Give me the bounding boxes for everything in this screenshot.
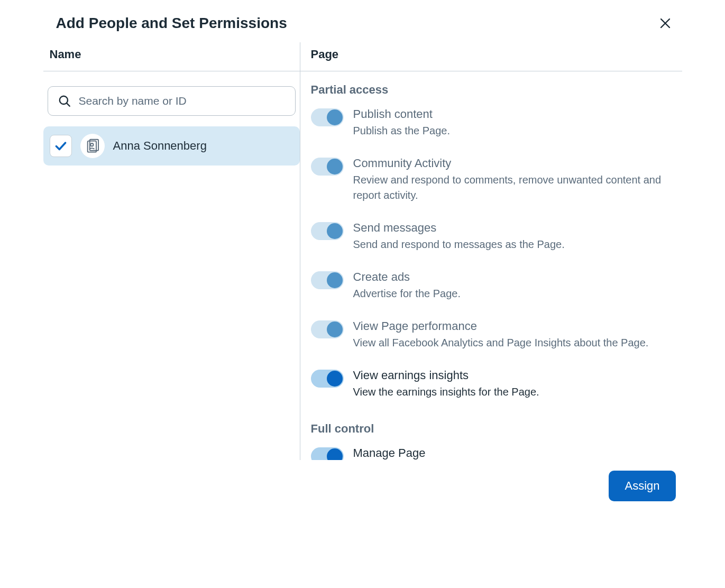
page-column-header: Page: [300, 42, 682, 71]
permission-title: Create ads: [353, 270, 676, 284]
modal-title: Add People and Set Permissions: [56, 15, 287, 32]
full-control-heading: Full control: [311, 422, 676, 436]
permission-text: Publish contentPublish as the Page.: [353, 107, 676, 139]
assign-button[interactable]: Assign: [609, 471, 675, 501]
permission-title: Send messages: [353, 221, 676, 235]
permission-row: Publish contentPublish as the Page.: [311, 107, 676, 139]
permission-toggle[interactable]: [311, 320, 344, 338]
person-name: Anna Sonnenberg: [113, 139, 207, 153]
permission-toggle[interactable]: [311, 222, 344, 240]
permission-row: Manage PageControl the Page and connecte…: [311, 446, 676, 460]
permission-row: View Page performanceView all Facebook A…: [311, 319, 676, 351]
permission-title: View earnings insights: [353, 369, 676, 382]
permission-row: View earnings insightsView the earnings …: [311, 369, 676, 400]
permission-row: Create adsAdvertise for the Page.: [311, 270, 676, 301]
permission-title: View Page performance: [353, 319, 676, 333]
permission-toggle[interactable]: [311, 447, 344, 460]
permission-toggle[interactable]: [311, 158, 344, 176]
close-icon: [659, 17, 672, 30]
partial-access-heading: Partial access: [311, 83, 676, 97]
permission-description: Send and respond to messages as the Page…: [353, 237, 676, 252]
people-list: Anna Sonnenberg: [43, 126, 300, 166]
id-card-icon: [85, 139, 100, 153]
permission-text: View Page performanceView all Facebook A…: [353, 319, 676, 351]
close-button[interactable]: [655, 13, 676, 34]
name-column-header: Name: [43, 42, 300, 71]
svg-point-5: [90, 143, 93, 146]
permissions-panel: Partial access Publish contentPublish as…: [300, 71, 682, 460]
permission-description: View all Facebook Analytics and Page Ins…: [353, 335, 676, 351]
person-row[interactable]: Anna Sonnenberg: [43, 126, 300, 166]
permission-description: Advertise for the Page.: [353, 286, 676, 301]
permission-row: Send messagesSend and respond to message…: [311, 221, 676, 252]
modal-body: Anna Sonnenberg Partial access Publish c…: [43, 71, 682, 460]
permission-text: Manage PageControl the Page and connecte…: [353, 446, 676, 460]
columns-header: Name Page: [43, 42, 682, 71]
permission-description: View the earnings insights for the Page.: [353, 384, 676, 400]
modal-footer: Assign: [43, 460, 682, 514]
permission-description: Review and respond to comments, remove u…: [353, 172, 676, 203]
permission-toggle[interactable]: [311, 108, 344, 126]
permission-text: View earnings insightsView the earnings …: [353, 369, 676, 400]
modal-header: Add People and Set Permissions: [43, 0, 682, 42]
permission-description: Publish as the Page.: [353, 123, 676, 139]
search-input[interactable]: [79, 95, 286, 107]
avatar: [80, 134, 105, 158]
checkmark-icon: [54, 139, 68, 153]
permission-title: Manage Page: [353, 446, 676, 460]
svg-line-3: [67, 103, 69, 106]
permission-text: Send messagesSend and respond to message…: [353, 221, 676, 252]
permission-text: Community ActivityReview and respond to …: [353, 157, 676, 203]
permission-toggle[interactable]: [311, 271, 344, 289]
permissions-modal: Add People and Set Permissions Name Page: [43, 0, 682, 514]
search-box[interactable]: [48, 86, 296, 116]
person-checkbox[interactable]: [50, 135, 72, 157]
permission-title: Community Activity: [353, 157, 676, 170]
permission-row: Community ActivityReview and respond to …: [311, 157, 676, 203]
permission-text: Create adsAdvertise for the Page.: [353, 270, 676, 301]
search-icon: [58, 94, 71, 108]
people-panel: Anna Sonnenberg: [43, 71, 300, 460]
permission-title: Publish content: [353, 107, 676, 121]
permission-toggle[interactable]: [311, 370, 344, 388]
